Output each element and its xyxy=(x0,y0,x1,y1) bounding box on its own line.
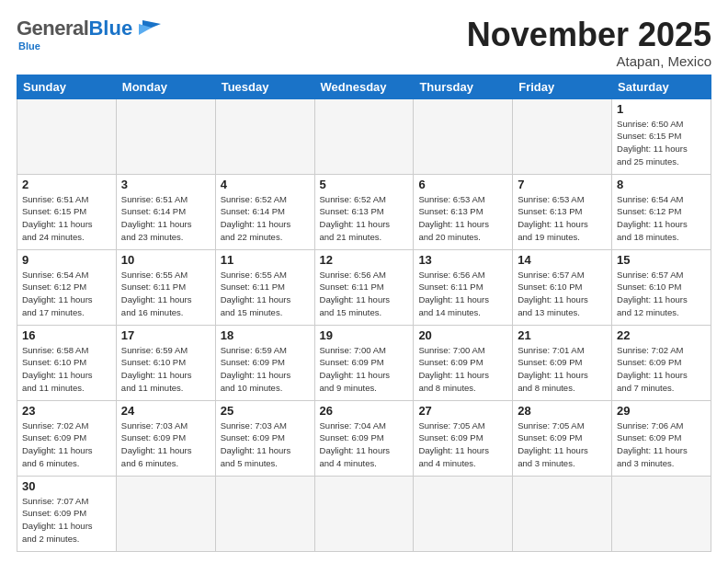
calendar: Sunday Monday Tuesday Wednesday Thursday… xyxy=(17,75,711,552)
calendar-cell: 12Sunrise: 6:56 AM Sunset: 6:11 PM Dayli… xyxy=(314,249,414,325)
header-tuesday: Tuesday xyxy=(215,75,314,98)
day-number: 20 xyxy=(418,328,507,342)
calendar-cell: 21Sunrise: 7:01 AM Sunset: 6:09 PM Dayli… xyxy=(513,325,612,400)
day-number: 25 xyxy=(221,404,310,418)
day-info: Sunrise: 7:00 AM Sunset: 6:09 PM Dayligh… xyxy=(320,344,409,395)
day-info: Sunrise: 6:55 AM Sunset: 6:11 PM Dayligh… xyxy=(121,269,210,319)
calendar-cell xyxy=(116,98,215,174)
day-info: Sunrise: 6:58 AM Sunset: 6:10 PM Dayligh… xyxy=(22,344,111,395)
day-number: 17 xyxy=(121,328,210,342)
calendar-cell xyxy=(314,476,414,551)
logo: General Blue Blue xyxy=(17,17,161,52)
calendar-cell xyxy=(215,476,314,551)
day-number: 1 xyxy=(617,102,706,116)
day-number: 2 xyxy=(22,178,111,191)
calendar-cell xyxy=(116,476,215,551)
day-info: Sunrise: 7:05 AM Sunset: 6:09 PM Dayligh… xyxy=(518,419,607,470)
calendar-cell xyxy=(513,98,612,174)
calendar-cell: 4Sunrise: 6:52 AM Sunset: 6:14 PM Daylig… xyxy=(215,174,314,249)
calendar-week-row: 16Sunrise: 6:58 AM Sunset: 6:10 PM Dayli… xyxy=(17,325,711,400)
day-number: 10 xyxy=(121,253,210,267)
day-number: 8 xyxy=(617,178,706,191)
day-number: 14 xyxy=(518,253,607,267)
day-number: 27 xyxy=(418,404,507,418)
calendar-cell: 6Sunrise: 6:53 AM Sunset: 6:13 PM Daylig… xyxy=(414,174,513,249)
day-info: Sunrise: 6:51 AM Sunset: 6:14 PM Dayligh… xyxy=(121,193,210,244)
calendar-cell: 25Sunrise: 7:03 AM Sunset: 6:09 PM Dayli… xyxy=(215,400,314,476)
weekday-header-row: Sunday Monday Tuesday Wednesday Thursday… xyxy=(17,75,711,98)
day-info: Sunrise: 7:00 AM Sunset: 6:09 PM Dayligh… xyxy=(418,344,507,395)
day-number: 18 xyxy=(221,328,310,342)
day-info: Sunrise: 6:59 AM Sunset: 6:09 PM Dayligh… xyxy=(221,344,310,395)
day-info: Sunrise: 6:57 AM Sunset: 6:10 PM Dayligh… xyxy=(617,269,706,319)
calendar-cell: 1Sunrise: 6:50 AM Sunset: 6:15 PM Daylig… xyxy=(612,98,711,174)
calendar-week-row: 1Sunrise: 6:50 AM Sunset: 6:15 PM Daylig… xyxy=(17,98,711,174)
calendar-week-row: 30Sunrise: 7:07 AM Sunset: 6:09 PM Dayli… xyxy=(17,476,711,551)
day-number: 9 xyxy=(22,253,111,267)
header-thursday: Thursday xyxy=(414,75,513,98)
calendar-cell: 8Sunrise: 6:54 AM Sunset: 6:12 PM Daylig… xyxy=(612,174,711,249)
calendar-week-row: 9Sunrise: 6:54 AM Sunset: 6:12 PM Daylig… xyxy=(17,249,711,325)
calendar-cell xyxy=(314,98,414,174)
calendar-cell: 23Sunrise: 7:02 AM Sunset: 6:09 PM Dayli… xyxy=(17,400,117,476)
calendar-cell: 22Sunrise: 7:02 AM Sunset: 6:09 PM Dayli… xyxy=(612,325,711,400)
day-info: Sunrise: 7:05 AM Sunset: 6:09 PM Dayligh… xyxy=(418,419,507,470)
day-number: 23 xyxy=(22,404,111,418)
day-info: Sunrise: 6:53 AM Sunset: 6:13 PM Dayligh… xyxy=(418,193,507,244)
day-info: Sunrise: 7:07 AM Sunset: 6:09 PM Dayligh… xyxy=(22,495,111,546)
day-number: 30 xyxy=(22,479,111,493)
calendar-cell xyxy=(612,476,711,551)
day-info: Sunrise: 7:04 AM Sunset: 6:09 PM Dayligh… xyxy=(320,419,409,470)
day-number: 24 xyxy=(121,404,210,418)
day-info: Sunrise: 7:02 AM Sunset: 6:09 PM Dayligh… xyxy=(22,419,111,470)
day-info: Sunrise: 6:56 AM Sunset: 6:11 PM Dayligh… xyxy=(320,269,409,319)
day-info: Sunrise: 7:02 AM Sunset: 6:09 PM Dayligh… xyxy=(617,344,706,395)
calendar-cell: 13Sunrise: 6:56 AM Sunset: 6:11 PM Dayli… xyxy=(414,249,513,325)
calendar-cell xyxy=(414,476,513,551)
day-info: Sunrise: 6:55 AM Sunset: 6:11 PM Dayligh… xyxy=(221,269,310,319)
day-number: 15 xyxy=(617,253,706,267)
header-wednesday: Wednesday xyxy=(314,75,414,98)
day-number: 11 xyxy=(221,253,310,267)
day-number: 5 xyxy=(320,178,409,191)
day-number: 6 xyxy=(418,178,507,191)
calendar-cell: 3Sunrise: 6:51 AM Sunset: 6:14 PM Daylig… xyxy=(116,174,215,249)
day-info: Sunrise: 6:56 AM Sunset: 6:11 PM Dayligh… xyxy=(418,269,507,319)
calendar-cell: 30Sunrise: 7:07 AM Sunset: 6:09 PM Dayli… xyxy=(17,476,117,551)
calendar-cell: 2Sunrise: 6:51 AM Sunset: 6:15 PM Daylig… xyxy=(17,174,117,249)
day-info: Sunrise: 6:52 AM Sunset: 6:13 PM Dayligh… xyxy=(320,193,409,244)
day-number: 28 xyxy=(518,404,607,418)
day-number: 29 xyxy=(617,404,706,418)
day-number: 21 xyxy=(518,328,607,342)
day-number: 19 xyxy=(320,328,409,342)
day-info: Sunrise: 6:54 AM Sunset: 6:12 PM Dayligh… xyxy=(617,193,706,244)
calendar-cell: 18Sunrise: 6:59 AM Sunset: 6:09 PM Dayli… xyxy=(215,325,314,400)
calendar-week-row: 23Sunrise: 7:02 AM Sunset: 6:09 PM Dayli… xyxy=(17,400,711,476)
calendar-cell: 27Sunrise: 7:05 AM Sunset: 6:09 PM Dayli… xyxy=(414,400,513,476)
day-number: 7 xyxy=(518,178,607,191)
calendar-cell: 5Sunrise: 6:52 AM Sunset: 6:13 PM Daylig… xyxy=(314,174,414,249)
calendar-cell: 16Sunrise: 6:58 AM Sunset: 6:10 PM Dayli… xyxy=(17,325,117,400)
title-section: November 2025 Atapan, Mexico xyxy=(467,17,711,69)
day-info: Sunrise: 6:59 AM Sunset: 6:10 PM Dayligh… xyxy=(121,344,210,395)
logo-general-text: General xyxy=(17,17,88,40)
header-sunday: Sunday xyxy=(17,75,117,98)
calendar-week-row: 2Sunrise: 6:51 AM Sunset: 6:15 PM Daylig… xyxy=(17,174,711,249)
day-info: Sunrise: 6:57 AM Sunset: 6:10 PM Dayligh… xyxy=(518,269,607,319)
day-info: Sunrise: 7:03 AM Sunset: 6:09 PM Dayligh… xyxy=(121,419,210,470)
month-title: November 2025 xyxy=(467,17,711,53)
day-info: Sunrise: 6:52 AM Sunset: 6:14 PM Dayligh… xyxy=(221,193,310,244)
calendar-cell: 14Sunrise: 6:57 AM Sunset: 6:10 PM Dayli… xyxy=(513,249,612,325)
calendar-cell xyxy=(414,98,513,174)
day-number: 12 xyxy=(320,253,409,267)
location: Atapan, Mexico xyxy=(467,53,711,69)
calendar-cell xyxy=(215,98,314,174)
day-info: Sunrise: 6:51 AM Sunset: 6:15 PM Dayligh… xyxy=(22,193,111,244)
page: General Blue Blue November 2025 Atapan, … xyxy=(0,0,728,561)
calendar-cell: 26Sunrise: 7:04 AM Sunset: 6:09 PM Dayli… xyxy=(314,400,414,476)
header: General Blue Blue November 2025 Atapan, … xyxy=(17,17,711,69)
header-monday: Monday xyxy=(116,75,215,98)
calendar-cell xyxy=(513,476,612,551)
day-number: 13 xyxy=(418,253,507,267)
header-friday: Friday xyxy=(513,75,612,98)
